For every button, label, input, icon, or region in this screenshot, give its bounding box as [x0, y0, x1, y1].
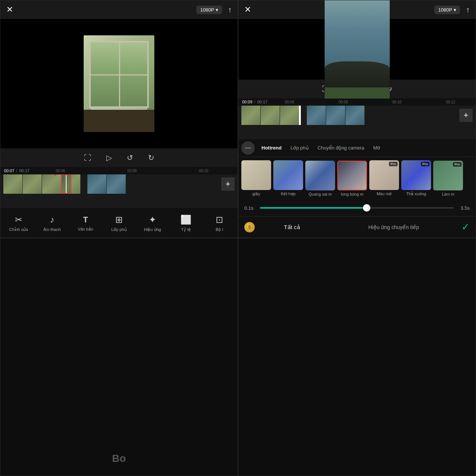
film-frame: [307, 106, 326, 125]
no-transition-icon[interactable]: [241, 141, 255, 155]
slider-thumb[interactable]: [363, 204, 370, 212]
film-frame: [42, 174, 61, 194]
overlay-icon: ⊞: [115, 215, 123, 225]
panel-bottom-right: [238, 238, 476, 476]
text-icon: T: [83, 215, 88, 225]
timeline-area-right: +: [238, 106, 476, 139]
effects-icon: ✦: [149, 215, 156, 225]
rocks: [325, 61, 390, 91]
film-frame: [261, 106, 280, 125]
thumb-quang-sai: [305, 161, 335, 190]
transition-giay[interactable]: giấy: [241, 160, 271, 196]
add-clip-button-right[interactable]: +: [459, 109, 473, 122]
film-frame: [280, 106, 299, 125]
tool-audio[interactable]: ♪ Âm thanh: [42, 215, 62, 232]
timeline-ruler-right: 00:09 / 00:17 00:06 00:08 00:10 00:12: [238, 98, 476, 106]
grass: [325, 87, 390, 99]
timeline-area-left: +: [0, 174, 238, 208]
room-preview: [84, 35, 154, 132]
resolution-button-left[interactable]: 1080P ▾: [196, 6, 222, 14]
thumb-giay: [241, 160, 271, 190]
slider-fill: [260, 207, 367, 209]
transition-tabs: Hottrend Lớp phủ Chuyển động camera Mờ: [238, 139, 476, 157]
slider-track[interactable]: [260, 207, 454, 209]
empty-area-bottom-right: [238, 238, 476, 476]
tab-mo[interactable]: Mờ: [370, 143, 384, 153]
resolution-button-right[interactable]: 1080P ▾: [434, 6, 460, 14]
film-frame: [3, 174, 23, 194]
bo-label: Bo: [112, 453, 126, 464]
scissors-icon: ✂: [15, 215, 22, 225]
body-icon: ⊡: [216, 215, 223, 225]
confirm-button[interactable]: ✓: [461, 221, 470, 233]
transition-thumbnails: giấy Kết hợp Quang sai m long bóng m Pro…: [238, 157, 476, 200]
film-frame: [326, 106, 345, 125]
tab-hottrend[interactable]: Hottrend: [258, 143, 285, 153]
split-line-right: [299, 106, 300, 125]
top-bar-left: ✕ 1080P ▾ ↑: [0, 0, 238, 19]
panel-top-right: ✕ 1080P ▾ ↑ ⛶ ▷ ↺ ↻ 00:09 / 00:17: [238, 0, 476, 238]
expand-button-left[interactable]: ⛶: [84, 154, 91, 162]
transition-tha-xuong[interactable]: Pro Thả xuống: [401, 160, 431, 196]
panel-bottom-left: Bo: [0, 238, 238, 476]
preview-area-right: [238, 19, 476, 80]
transition-lam-m[interactable]: Pro Làm m: [433, 161, 463, 196]
timeline-ruler-left: 00:07 / 00:17 00:06 00:08 00:10: [0, 167, 238, 174]
play-button-left[interactable]: ▷: [106, 153, 112, 162]
redo-button-left[interactable]: ↻: [148, 153, 154, 162]
film-frame: [87, 174, 107, 194]
pro-badge-2: Pro: [421, 162, 430, 166]
transition-ket-hop[interactable]: Kết hợp: [273, 160, 303, 196]
action-label: Tất cả: [258, 224, 326, 231]
thumb-lam-m: Pro: [433, 161, 463, 190]
panel-top-left: ✕ 1080P ▾ ↑ ⛶ ▷ ↺ ↻: [0, 0, 238, 238]
pro-badge: Pro: [389, 162, 398, 166]
film-frame: [107, 174, 126, 194]
thumb-mau-mo: Pro: [369, 160, 399, 190]
coin-icon: $: [244, 222, 255, 232]
preview-area-left: [0, 19, 238, 148]
add-clip-button-left[interactable]: +: [221, 177, 235, 191]
upload-button-left[interactable]: ↑: [228, 6, 232, 14]
split-marker[interactable]: [61, 174, 71, 194]
controls-bar-left: ⛶ ▷ ↺ ↻: [0, 148, 238, 167]
transition-long-bong[interactable]: long bóng m: [337, 161, 367, 196]
tool-overlay[interactable]: ⊞ Lớp phủ: [109, 215, 129, 232]
tab-chuyen-dong[interactable]: Chuyển động camera: [314, 143, 368, 153]
close-button-right[interactable]: ✕: [244, 6, 251, 14]
thumb-ket-hop: [273, 160, 303, 190]
playhead-right: [300, 106, 301, 125]
ocean-preview: [325, 0, 390, 99]
transition-mau-mo[interactable]: Pro Màu mờ: [369, 160, 399, 196]
upload-button-right[interactable]: ↑: [466, 6, 470, 14]
tool-text[interactable]: T Văn bản: [75, 215, 96, 232]
bottom-action-bar: $ Tất cả Hiệu ứng chuyển tiếp ✓: [238, 216, 476, 238]
film-frame: [345, 106, 365, 125]
thumb-long-bong: [337, 161, 367, 190]
film-frame: [23, 174, 42, 194]
music-icon: ♪: [50, 215, 54, 225]
tool-ratio[interactable]: ⬜ Tỷ lệ: [176, 215, 196, 232]
thumb-tha-xuong: Pro: [401, 160, 431, 190]
pro-badge-3: Pro: [453, 162, 461, 167]
duration-min-label: 0.1s: [244, 205, 255, 211]
ratio-icon: ⬜: [180, 215, 192, 225]
empty-area-bottom-left: [0, 238, 238, 476]
tool-effects[interactable]: ✦ Hiệu ứng: [142, 215, 163, 232]
duration-slider: 0.1s 3.5s: [238, 200, 476, 216]
bottom-toolbar-left: ✂ Chỉnh sửa ♪ Âm thanh T Văn bản ⊞ Lớp p…: [0, 208, 238, 238]
close-button-left[interactable]: ✕: [6, 6, 13, 14]
effect-label: Hiệu ứng chuyển tiếp: [326, 224, 461, 230]
film-frame: [241, 106, 261, 125]
tool-edit[interactable]: ✂ Chỉnh sửa: [9, 215, 29, 232]
transition-quang-sai[interactable]: Quang sai m: [305, 161, 335, 196]
duration-max-label: 3.5s: [459, 205, 470, 211]
undo-button-left[interactable]: ↺: [127, 153, 133, 162]
tool-body[interactable]: ⊡ Bộ l: [209, 215, 230, 232]
tab-lop-phu[interactable]: Lớp phủ: [287, 143, 312, 153]
